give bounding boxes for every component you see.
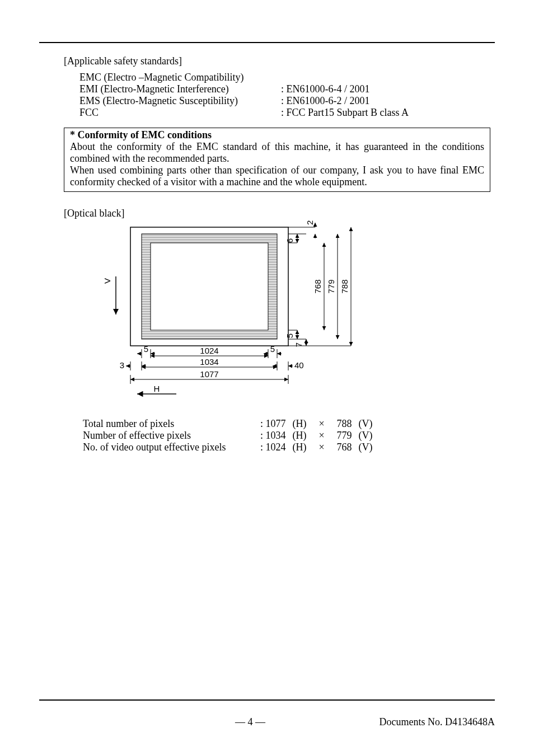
n5a: 5 <box>144 344 148 354</box>
row1-b: 779 <box>334 430 355 442</box>
row0-v: (V) <box>355 418 376 430</box>
doc-number: Documents No. D4134648A <box>349 716 495 728</box>
safety-heading: [Applicable safety standards] <box>64 55 495 67</box>
row0-label: Total number of pixels <box>79 418 257 430</box>
n3: 3 <box>120 360 124 370</box>
ems-row: EMS (Electro-Magnetic Susceptibility) : … <box>79 95 495 107</box>
emc-line: EMC (Electro –Magnetic Compatibility) <box>79 72 495 83</box>
row2-a: : 1024 <box>257 442 289 453</box>
n1024: 1024 <box>200 346 218 355</box>
row1-h: (H) <box>289 430 310 442</box>
safety-block: EMC (Electro –Magnetic Compatibility) EM… <box>79 72 495 119</box>
row1-label: Number of effective pixels <box>79 430 257 442</box>
n1077: 1077 <box>200 369 218 379</box>
row2-x: × <box>310 442 334 453</box>
row2-b: 768 <box>334 442 355 453</box>
footer-row: — 4 — Documents No. D4134648A <box>39 716 495 728</box>
row1-v: (V) <box>355 430 376 442</box>
svg-rect-4 <box>151 243 268 330</box>
n779: 779 <box>326 279 336 293</box>
label-H: H <box>154 384 160 393</box>
table-row: Number of effective pixels : 1034 (H) × … <box>79 430 376 442</box>
page-number: — 4 — <box>151 716 349 728</box>
footer: — 4 — Documents No. D4134648A <box>39 699 495 728</box>
fcc-right: : FCC Part15 Subpart B class A <box>281 107 495 119</box>
row0-h: (H) <box>289 418 310 430</box>
n6: 6 <box>285 238 294 243</box>
box-p2: When used combining parts other than spe… <box>70 165 484 188</box>
fcc-row: FCC : FCC Part15 Subpart B class A <box>79 107 495 119</box>
optical-diagram: V 5 5 1024 3 4 <box>104 220 495 414</box>
conformity-box: * Conformity of EMC conditions About the… <box>64 128 490 192</box>
box-p1: About the conformity of the EMC standard… <box>70 141 484 165</box>
table-row: No. of video output effective pixels : 1… <box>79 442 376 453</box>
label-V: V <box>104 278 112 284</box>
table-row: Total number of pixels : 1077 (H) × 788 … <box>79 418 376 430</box>
n788: 788 <box>340 279 349 293</box>
top-rule <box>39 42 495 43</box>
n40: 40 <box>294 360 304 370</box>
page-body: [Applicable safety standards] EMC (Elect… <box>0 0 534 453</box>
footer-left <box>39 716 151 728</box>
optical-heading: [Optical black] <box>64 208 495 219</box>
row0-b: 788 <box>334 418 355 430</box>
n7: 7 <box>294 342 303 347</box>
n5b: 5 <box>270 344 275 354</box>
row2-label: No. of video output effective pixels <box>79 442 257 453</box>
row0-a: : 1077 <box>257 418 289 430</box>
n768: 768 <box>313 279 322 293</box>
emi-right: : EN61000-6-4 / 2001 <box>281 83 495 95</box>
pixel-table: Total number of pixels : 1077 (H) × 788 … <box>79 418 376 453</box>
row1-a: : 1034 <box>257 430 289 442</box>
n1034: 1034 <box>200 357 218 367</box>
n2: 2 <box>305 220 315 225</box>
row2-h: (H) <box>289 442 310 453</box>
ems-right: : EN61000-6-2 / 2001 <box>281 95 495 107</box>
emi-left: EMI (Electro-Magnetic Interference) <box>79 83 281 95</box>
box-title: * Conformity of EMC conditions <box>70 129 484 141</box>
row1-x: × <box>310 430 334 442</box>
diagram-svg: V 5 5 1024 3 4 <box>104 220 406 411</box>
row2-v: (V) <box>355 442 376 453</box>
fcc-left: FCC <box>79 107 281 119</box>
ems-left: EMS (Electro-Magnetic Susceptibility) <box>79 95 281 107</box>
emi-row: EMI (Electro-Magnetic Interference) : EN… <box>79 83 495 95</box>
row0-x: × <box>310 418 334 430</box>
n5v: 5 <box>285 334 294 338</box>
footer-rule <box>39 699 495 701</box>
